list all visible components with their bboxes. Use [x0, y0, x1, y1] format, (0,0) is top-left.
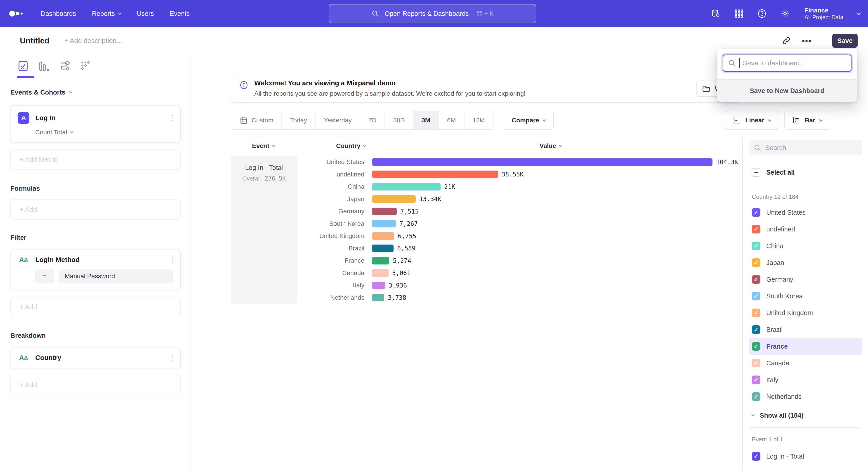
range-6m[interactable]: 6M	[439, 111, 465, 129]
global-search-input[interactable]: Open Reports & Dashboards ⌘ + K	[329, 4, 536, 23]
nav-item-reports[interactable]: Reports	[92, 10, 121, 18]
bar-segment[interactable]	[372, 269, 389, 277]
bar-segment[interactable]	[372, 220, 396, 227]
series-search-input[interactable]: Search	[749, 141, 862, 155]
select-all-row[interactable]: – Select all	[749, 164, 862, 181]
add-breakdown-button[interactable]: + Add	[10, 375, 181, 395]
country-checkbox[interactable]: ✓	[752, 342, 761, 351]
breakdown-card-country[interactable]: Aa Country ⋮	[10, 347, 181, 368]
country-row-japan[interactable]: ✓Japan	[749, 254, 862, 271]
tab-funnels[interactable]	[37, 59, 51, 72]
save-button[interactable]: Save	[832, 34, 858, 48]
project-switcher[interactable]: Finance All Project Data	[804, 7, 843, 21]
range-3m[interactable]: 3M	[413, 111, 439, 129]
country-checkbox[interactable]: ✓	[752, 225, 761, 233]
add-formula-button[interactable]: + Add	[10, 199, 181, 220]
country-checkbox[interactable]: ✓	[752, 359, 761, 367]
column-header-event[interactable]: Event	[252, 142, 275, 150]
copy-link-button[interactable]	[781, 35, 792, 46]
project-chevron-down-icon[interactable]	[857, 11, 861, 15]
country-row-undefined[interactable]: ✓undefined	[749, 221, 862, 238]
save-to-dashboard-input[interactable]: Save to dashboard...	[723, 55, 851, 72]
chart-type-selector-bar[interactable]: Bar	[784, 111, 829, 130]
help-icon[interactable]	[757, 8, 767, 19]
scale-selector-linear[interactable]: Linear	[725, 111, 778, 130]
aggregation-selector[interactable]: Count Total	[35, 129, 174, 136]
bar-segment[interactable]	[372, 282, 385, 289]
compare-button[interactable]: Compare	[504, 111, 554, 130]
bar-value-label: 38.55K	[502, 171, 524, 178]
show-all-button[interactable]: Show all (184)	[749, 412, 862, 419]
filter-options-button[interactable]: ⋮	[169, 258, 174, 262]
events-cohorts-header[interactable]: Events & Cohorts	[10, 89, 181, 96]
filter-card-login-method[interactable]: Aa Login Method ⋮ = Manual Password	[10, 249, 181, 290]
country-row-italy[interactable]: ✓Italy	[749, 372, 862, 388]
nav-item-events[interactable]: Events	[170, 10, 190, 18]
breakdown-options-button[interactable]: ⋮	[169, 356, 174, 360]
country-checkbox[interactable]: ✓	[752, 258, 761, 267]
range-30d[interactable]: 30D	[385, 111, 413, 129]
add-metric-button[interactable]: + Add Metric	[10, 149, 181, 170]
data-management-icon[interactable]	[711, 8, 721, 19]
range-yesterday[interactable]: Yesterday	[315, 111, 360, 129]
select-all-checkbox[interactable]: –	[752, 168, 761, 177]
bar-segment[interactable]	[372, 158, 712, 166]
overflow-menu-button[interactable]: •••	[802, 35, 812, 46]
column-header-country[interactable]: Country	[336, 142, 366, 150]
metric-options-button[interactable]: ⋮	[169, 116, 174, 120]
bar-segment[interactable]	[372, 257, 389, 264]
country-row-canada[interactable]: ✓Canada	[749, 355, 862, 372]
bar-segment[interactable]	[372, 208, 397, 215]
range-custom[interactable]: Custom	[231, 111, 282, 129]
country-row-netherlands[interactable]: ✓Netherlands	[749, 388, 862, 405]
country-checkbox[interactable]: ✓	[752, 325, 761, 334]
bar-segment[interactable]	[372, 232, 394, 240]
nav-item-users[interactable]: Users	[137, 10, 154, 18]
country-checkbox[interactable]: ✓	[752, 308, 761, 317]
country-row-germany[interactable]: ✓Germany	[749, 271, 862, 288]
aggregation-chevron-icon	[70, 130, 73, 133]
column-header-value[interactable]: Value	[539, 142, 561, 150]
country-row-united-states[interactable]: ✓United States	[749, 204, 862, 221]
bar-segment[interactable]	[372, 294, 384, 301]
event-checkbox[interactable]: ✓	[752, 452, 761, 461]
bar-segment[interactable]	[372, 195, 416, 203]
save-to-new-dashboard-button[interactable]: Save to New Dashboard	[717, 80, 857, 101]
event-column-chevron-icon	[272, 144, 275, 147]
country-row-france[interactable]: ✓France	[749, 338, 862, 355]
event-summary-panel[interactable]: Log In - Total Overall 276.5K	[231, 156, 297, 304]
filter-operator[interactable]: =	[35, 269, 54, 284]
settings-gear-icon[interactable]	[780, 8, 790, 19]
country-row-brazil[interactable]: ✓Brazil	[749, 321, 862, 338]
nav-item-dashboards[interactable]: Dashboards	[41, 10, 76, 18]
apps-grid-icon[interactable]	[734, 8, 744, 19]
bar-segment[interactable]	[372, 183, 440, 190]
country-checkbox[interactable]: ✓	[752, 242, 761, 250]
metric-card-log-in[interactable]: A Log In ⋮ Count Total	[10, 105, 181, 143]
country-checkbox[interactable]: ✓	[752, 275, 761, 284]
range-7d[interactable]: 7D	[360, 111, 385, 129]
country-checkbox[interactable]: ✓	[752, 208, 761, 217]
bar-segment[interactable]	[372, 171, 498, 178]
tab-retention[interactable]	[79, 59, 92, 72]
range-12m[interactable]: 12M	[465, 111, 493, 129]
bar-category-label: Netherlands	[297, 294, 364, 301]
event-checkbox-row[interactable]: ✓ Log In - Total	[749, 448, 862, 465]
add-formula-label: + Add	[20, 206, 37, 213]
add-filter-button[interactable]: + Add	[10, 297, 181, 317]
country-checkbox[interactable]: ✓	[752, 392, 761, 401]
filter-value[interactable]: Manual Password	[59, 269, 174, 284]
bar-segment[interactable]	[372, 244, 394, 252]
mixpanel-logo-icon[interactable]	[8, 8, 25, 19]
add-description-field[interactable]: + Add description...	[64, 37, 122, 45]
tab-flows[interactable]	[58, 59, 71, 72]
country-row-united-kingdom[interactable]: ✓United Kingdom	[749, 304, 862, 321]
report-title[interactable]: Untitled	[20, 36, 49, 45]
country-row-south-korea[interactable]: ✓South Korea	[749, 288, 862, 304]
country-checkbox[interactable]: ✓	[752, 376, 761, 384]
project-name: Finance	[804, 7, 843, 14]
country-row-china[interactable]: ✓China	[749, 238, 862, 254]
tab-insights[interactable]	[17, 59, 30, 72]
range-today[interactable]: Today	[282, 111, 315, 129]
country-checkbox[interactable]: ✓	[752, 292, 761, 300]
